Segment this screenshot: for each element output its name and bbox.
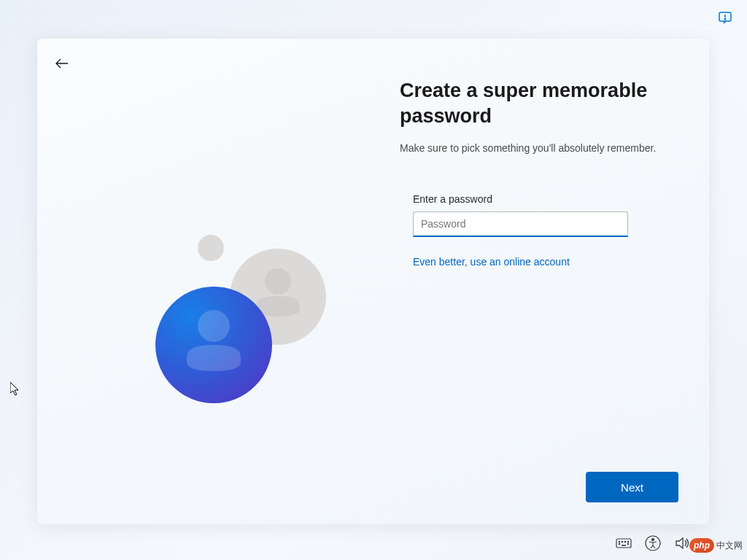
- accessibility-icon[interactable]: [645, 535, 661, 551]
- svg-point-5: [265, 268, 291, 295]
- system-tray: [616, 535, 690, 551]
- user-avatar-illustration: [117, 198, 329, 406]
- content-panel: Create a super memorable password Make s…: [400, 78, 668, 268]
- password-form: Enter a password Even better, use an onl…: [400, 193, 668, 268]
- watermark: php 中文网: [689, 538, 743, 553]
- svg-point-17: [652, 539, 654, 541]
- svg-point-3: [198, 235, 224, 261]
- svg-point-13: [619, 543, 619, 544]
- password-label: Enter a password: [413, 193, 668, 205]
- svg-point-10: [622, 541, 622, 542]
- next-button[interactable]: Next: [586, 472, 678, 502]
- keyboard-icon[interactable]: [616, 535, 632, 551]
- page-subtitle: Make sure to pick something you'll absol…: [400, 142, 668, 154]
- watermark-text: 中文网: [716, 540, 743, 552]
- volume-icon[interactable]: [674, 535, 690, 551]
- svg-point-12: [627, 541, 628, 542]
- watermark-badge: php: [689, 538, 714, 553]
- setup-dialog-card: Create a super memorable password Make s…: [37, 39, 709, 524]
- online-account-link[interactable]: Even better, use an online account: [413, 256, 570, 268]
- mouse-cursor: [10, 382, 20, 397]
- password-input[interactable]: [413, 211, 628, 237]
- svg-rect-8: [616, 539, 631, 548]
- svg-point-2: [724, 18, 726, 20]
- back-button[interactable]: [53, 55, 71, 72]
- svg-point-14: [627, 543, 628, 544]
- svg-point-11: [624, 541, 625, 542]
- svg-point-7: [198, 310, 230, 342]
- svg-point-9: [619, 541, 619, 542]
- page-title: Create a super memorable password: [400, 78, 668, 129]
- feedback-icon[interactable]: [718, 11, 732, 26]
